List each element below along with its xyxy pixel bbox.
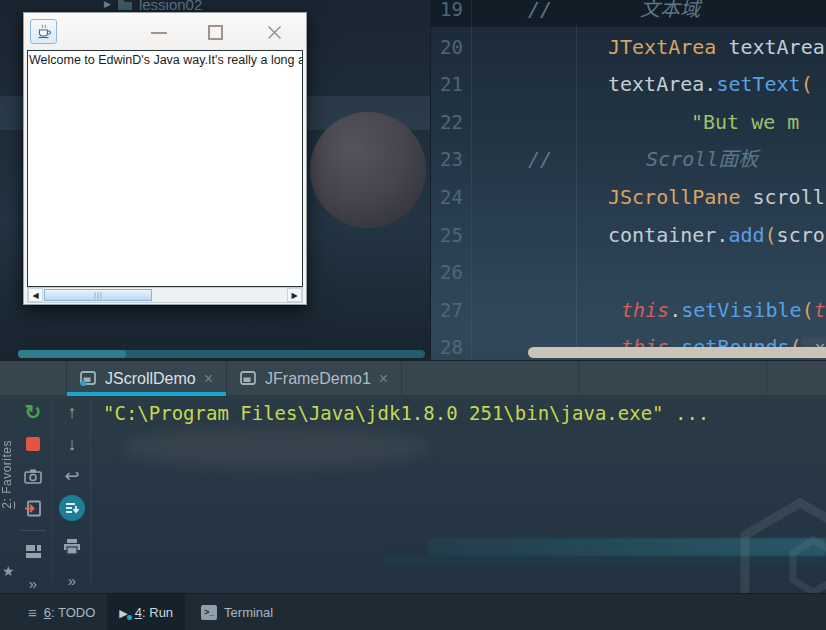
tab-close-icon[interactable]: × [204, 370, 213, 388]
code-text: //文本域 [528, 0, 700, 28]
statusbar-run-button[interactable]: ▶ 4: Run [107, 594, 185, 630]
printer-icon [63, 538, 81, 555]
swing-textarea-text: Welcome to EdwinD's Java way.It's really… [28, 51, 302, 69]
line-number: 26 [431, 253, 463, 291]
run-tab-JFrameDemo1[interactable]: JFrameDemo1× [227, 361, 402, 396]
scrollbar-thumb[interactable] [44, 289, 152, 301]
swing-horizontal-scrollbar[interactable]: ◀ ▶ [27, 287, 303, 303]
code-text: textArea.setText( [608, 65, 813, 103]
scrollbar-right-arrow[interactable]: ▶ [287, 288, 302, 302]
scrollbar-grip [95, 292, 102, 299]
line-number: 20 [431, 28, 463, 66]
code-editor[interactable]: 19//文本域20JTextArea textArea21textArea.se… [430, 0, 826, 360]
scrollbar-left-arrow[interactable]: ◀ [28, 288, 43, 302]
editor-line[interactable]: 21textArea.setText( [431, 65, 826, 103]
token-plain: textArea [716, 35, 824, 59]
token-plain: . [669, 298, 681, 322]
code-text: container.add(scrollPane [608, 216, 826, 254]
swing-textarea[interactable]: Welcome to EdwinD's Java way.It's really… [27, 50, 303, 287]
camera-icon [24, 468, 42, 484]
token-classname: JTextArea [608, 35, 716, 59]
softwrap-button[interactable]: ↩ [58, 462, 86, 490]
swing-app-window[interactable]: Welcome to EdwinD's Java way.It's really… [23, 12, 307, 305]
token-comment: Scroll面板 [646, 147, 758, 171]
wallpaper-planet [310, 112, 426, 228]
console-output-line: "C:\Program Files\Java\jdk1.8.0_251\bin\… [103, 402, 823, 424]
token-method: add [728, 223, 764, 247]
favorites-label: 2: Favorites [0, 440, 14, 509]
toolbar-column-divider [52, 400, 53, 586]
restore-layout-button[interactable] [19, 537, 47, 565]
print-button[interactable] [58, 532, 86, 560]
token-keyword: true [814, 298, 826, 322]
chevron-right-icon[interactable]: ▶ [104, 0, 111, 9]
layout-icon [25, 544, 42, 559]
terminal-label: Terminal [224, 605, 273, 620]
terminal-icon: >_ [201, 605, 217, 620]
wallpaper-ship-blur [120, 428, 430, 468]
editor-line[interactable]: 19//文本域 [431, 0, 826, 28]
line-number: 27 [431, 291, 463, 329]
running-dot [127, 615, 132, 620]
exit-button[interactable] [19, 494, 47, 522]
exit-icon [24, 500, 42, 517]
editor-line[interactable]: 23//Scroll面板 [431, 140, 826, 178]
line-number: 24 [431, 178, 463, 216]
stop-button[interactable] [19, 430, 47, 458]
more-actions-button-2[interactable]: » [58, 566, 86, 594]
project-panel-scrollbar-thumb[interactable] [18, 350, 126, 358]
token-comment: // [528, 0, 552, 21]
run-tab-JScrollDemo[interactable]: JScrollDemo× [67, 361, 227, 396]
statusbar-todo-button[interactable]: ≡ 6: TODO [16, 594, 107, 630]
line-number: 22 [431, 103, 463, 141]
toolbar-divider [20, 530, 46, 531]
editor-line[interactable]: 26 [431, 253, 826, 291]
token-comment: 文本域 [640, 0, 700, 21]
code-text: this.setVisible(true [621, 291, 826, 329]
swing-titlebar[interactable] [24, 13, 306, 50]
editor-horizontal-scrollbar[interactable] [528, 347, 826, 358]
favorites-toolwindow-stripe[interactable]: 2: Favorites [0, 440, 18, 513]
maximize-icon[interactable] [208, 25, 223, 40]
tabbar-divider [578, 361, 579, 396]
token-method: setText [716, 72, 800, 96]
java-coffee-cup-icon [30, 19, 57, 44]
status-bar: ≡ 6: TODO ▶ 4: Run >_ Terminal [0, 593, 826, 630]
project-panel-horizontal-scrollbar[interactable] [18, 350, 425, 358]
line-number: 19 [431, 0, 463, 28]
tree-item-label[interactable]: lession02 [139, 0, 202, 13]
run-tab-label: JScrollDemo [105, 370, 196, 388]
rerun-button[interactable]: ↻ [19, 398, 47, 426]
editor-line[interactable]: 24JScrollPane scrollPane [431, 178, 826, 216]
editor-line[interactable]: 25container.add(scrollPane [431, 216, 826, 254]
token-plain: container. [608, 223, 728, 247]
code-text: JScrollPane scrollPane [608, 178, 826, 216]
editor-line[interactable]: 20JTextArea textArea [431, 28, 826, 66]
more-icon: » [68, 573, 76, 588]
thread-dump-button[interactable] [19, 462, 47, 490]
run-tab-icon [240, 371, 257, 386]
down-stacktrace-button[interactable]: ↓ [58, 430, 86, 458]
run-tabs: JScrollDemo×JFrameDemo1× [66, 361, 402, 396]
rerun-icon: ↻ [25, 402, 42, 422]
token-plain: scrollPane [777, 223, 826, 247]
tab-close-icon[interactable]: × [379, 370, 388, 388]
run-toolbar-primary: ↻ » [14, 398, 52, 601]
run-tab-icon [80, 371, 97, 386]
editor-line[interactable]: 27this.setVisible(true [431, 291, 826, 329]
editor-line[interactable]: 22"But we m [431, 103, 826, 141]
line-number: 23 [431, 140, 463, 178]
run-toolbar-secondary: ↑ ↓ ↩ » [53, 398, 91, 598]
token-string: "But we m [691, 110, 799, 134]
close-icon[interactable] [266, 24, 283, 41]
token-plain: textArea. [608, 72, 716, 96]
wrap-icon: ↩ [64, 467, 79, 485]
minimize-icon[interactable] [151, 32, 167, 34]
token-method: setVisible [681, 298, 801, 322]
statusbar-terminal-button[interactable]: >_ Terminal [189, 594, 285, 630]
up-stacktrace-button[interactable]: ↑ [58, 398, 86, 426]
todo-label: 6: TODO [44, 605, 96, 620]
run-toolwindow-tabbar: Run: JScrollDemo×JFrameDemo1× [0, 360, 826, 395]
scroll-to-end-button[interactable] [58, 494, 86, 522]
folder-icon [117, 0, 133, 11]
